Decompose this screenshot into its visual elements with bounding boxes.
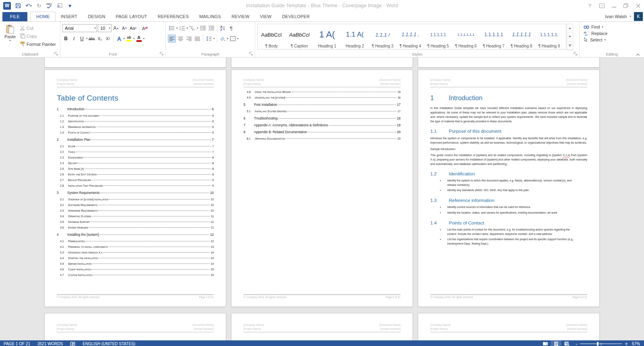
help-icon[interactable]: ? <box>584 1 596 10</box>
change-case-button[interactable]: Aa▾ <box>129 24 137 32</box>
underline-dropdown-icon[interactable]: ▾ <box>86 37 88 40</box>
minimize-icon[interactable] <box>608 1 620 10</box>
multilevel-list-button[interactable] <box>188 24 196 32</box>
strikethrough-button[interactable]: abc <box>88 35 96 43</box>
select-button[interactable]: Select▾ <box>584 37 643 42</box>
shrink-font-button[interactable]: A▼ <box>121 24 128 32</box>
save-icon[interactable] <box>15 2 21 9</box>
collapse-ribbon-icon[interactable] <box>636 54 640 56</box>
toc-entry[interactable]: 3.1Overview of [system] installation10 <box>57 198 214 204</box>
toc-entry[interactable]: 4.5Server Installation14 <box>57 262 214 268</box>
font-name-combo[interactable]: Arial▾ <box>62 24 97 32</box>
zoom-slider[interactable] <box>580 342 622 346</box>
style-item[interactable]: AaBbCcI ¶ Body <box>258 24 285 49</box>
align-right-button[interactable] <box>185 35 193 43</box>
select-dropdown-icon[interactable]: ▾ <box>605 38 606 41</box>
ribbon-tab[interactable]: DESIGN <box>83 12 110 21</box>
paragraph-dialog-launcher-icon[interactable] <box>249 52 253 56</box>
toc-entry[interactable]: 2.7Backup Procedure9 <box>57 179 214 184</box>
copy-button[interactable]: Copy <box>19 33 57 39</box>
language-indicator[interactable]: ENGLISH (UNITED STATES) <box>79 340 139 346</box>
toc-entry[interactable]: 2.4Security8 <box>57 162 214 167</box>
style-item[interactable]: 1.1.1.1.1 ¶ Heading 5 <box>424 24 452 49</box>
subscript-button[interactable]: X₂ <box>96 35 104 43</box>
styles-scroll-down-icon[interactable] <box>567 33 573 41</box>
document-page-6[interactable]: [Company Name][Project Name] [Document N… <box>418 70 600 307</box>
toc-entry[interactable]: 1.4Points of Contact6 <box>57 131 214 137</box>
style-item[interactable]: 1.1.1.1.1 ¶ Heading 7 <box>480 24 508 49</box>
user-avatar[interactable]: K <box>634 12 643 21</box>
toc-entry[interactable]: 2Installation Plan7 <box>57 138 214 144</box>
style-item[interactable]: 1.1.1.1.1.1 ¶ Heading 6 <box>452 24 480 49</box>
toc-entry[interactable]: 1.3Reference information6 <box>57 126 214 131</box>
show-hide-marks-button[interactable]: ¶ <box>227 24 235 32</box>
ribbon-tab[interactable]: INSERT <box>56 12 83 21</box>
styles-more-icon[interactable] <box>567 41 573 50</box>
document-page-4[interactable]: [Company Name][Project Name] [Document N… <box>44 70 226 307</box>
ribbon-tab[interactable]: PAGE LAYOUT <box>111 12 153 21</box>
underline-button[interactable]: U <box>78 35 86 43</box>
clipboard-dialog-launcher-icon[interactable] <box>54 52 58 56</box>
toc-entry[interactable]: 1.1Purpose of this document6 <box>57 114 214 120</box>
toc-entry[interactable]: 3System Requirements10 <box>57 191 214 197</box>
toc-entry[interactable]: 8Appendix B: Related Documentation20 <box>244 130 400 136</box>
shading-dropdown-icon[interactable]: ▾ <box>227 37 229 40</box>
style-item[interactable]: 1.1 A( Heading 2 <box>341 24 369 49</box>
redo-icon[interactable]: ↻ <box>36 2 42 9</box>
font-color-dropdown-icon[interactable]: ▾ <box>143 37 145 40</box>
document-page-5[interactable]: [Company Name][Project Name] [Document N… <box>231 70 413 307</box>
page-indicator[interactable]: PAGE 1 OF 21 <box>0 340 34 346</box>
text-effects-dropdown-icon[interactable]: ▾ <box>124 37 125 40</box>
numbering-dropdown-icon[interactable]: ▾ <box>187 27 188 30</box>
toc-entry[interactable]: 5Post Installation17 <box>244 103 400 109</box>
font-size-combo[interactable]: 10▾ <box>98 24 111 32</box>
replace-button[interactable]: abac Replace <box>584 31 643 36</box>
find-dropdown-icon[interactable]: ▾ <box>602 25 603 29</box>
switch-windows-icon[interactable] <box>56 2 63 9</box>
paste-button[interactable]: Paste ▾ <box>1 23 19 50</box>
style-item[interactable]: 1.1.1.1 , ¶ Heading 4 <box>396 24 424 49</box>
ribbon-display-options-icon[interactable] <box>596 1 608 10</box>
toc-entry[interactable]: 3.2Software Requirements10 <box>57 204 214 209</box>
customize-qat-icon[interactable]: ▾ <box>67 2 73 9</box>
ribbon-tab[interactable]: REFERENCES <box>153 12 194 21</box>
toc-entry[interactable]: 4Installing the [system]12 <box>57 233 214 239</box>
print-layout-icon[interactable] <box>551 340 561 346</box>
style-item[interactable]: 1 A( Heading 1 <box>313 24 341 49</box>
ribbon-tab[interactable]: FILE <box>2 12 27 21</box>
ribbon-tab[interactable]: MAILINGS <box>194 12 226 21</box>
justify-button[interactable] <box>193 35 201 43</box>
italic-button[interactable]: I <box>70 35 78 43</box>
style-item[interactable]: 1.1.1.1.1. ¶ Heading 9 <box>535 24 563 49</box>
style-item[interactable]: AaBbCcl ¶ Caption <box>285 24 313 49</box>
toc-entry[interactable]: 1Introduction6 <box>57 107 214 113</box>
ribbon-tab[interactable]: REVIEW <box>226 12 255 21</box>
toc-entry[interactable]: 4.3Upgrading from Version X.x14 <box>57 251 214 257</box>
toc-entry[interactable]: 2.2Tasks7 <box>57 150 214 156</box>
clear-formatting-button[interactable]: A <box>141 24 149 32</box>
superscript-button[interactable]: X² <box>104 35 112 43</box>
document-canvas[interactable]: [Company Name][Project Name] [Document N… <box>0 58 644 340</box>
toc-entry[interactable]: 2.8Installation Test Procedure9 <box>57 184 214 190</box>
toc-entry[interactable]: 3.3Hardware Requirements10 <box>57 209 214 215</box>
shading-button[interactable] <box>219 35 227 43</box>
style-item[interactable]: 1.1.1 / ¶ Heading 3 <box>369 24 396 49</box>
line-spacing-button[interactable] <box>205 35 213 43</box>
toc-entry[interactable]: 1.2Identification6 <box>57 120 214 126</box>
bullets-button[interactable] <box>168 24 176 32</box>
toc-entry[interactable]: 4.2Preparing to install components13 <box>57 245 214 251</box>
user-dropdown-icon[interactable]: ▾ <box>630 15 631 18</box>
ribbon-tab[interactable]: HOME <box>31 12 56 22</box>
paste-dropdown-icon[interactable]: ▾ <box>9 39 11 42</box>
restore-icon[interactable] <box>620 1 632 10</box>
zoom-level[interactable]: 57% <box>631 342 644 346</box>
align-center-button[interactable] <box>176 35 184 43</box>
toc-entry[interactable]: 6Troubleshooting18 <box>244 117 400 122</box>
toc-entry[interactable]: 4.9Uninstalling the [system]16 <box>244 96 400 102</box>
undo-dropdown-icon[interactable]: ▾ <box>30 4 32 8</box>
spelling-grammar-icon[interactable]: ABC <box>46 3 52 8</box>
word-logo-icon[interactable]: W <box>3 2 11 10</box>
close-icon[interactable] <box>632 1 644 10</box>
proofing-status-icon[interactable] <box>66 340 79 346</box>
ribbon-tab[interactable]: DEVELOPER <box>277 12 315 21</box>
